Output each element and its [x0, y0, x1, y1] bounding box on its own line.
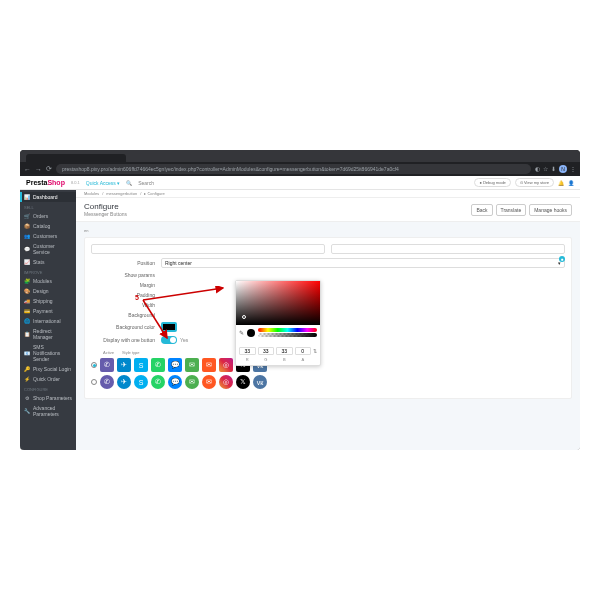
sidebar-item-modules[interactable]: 🧩Modules: [20, 276, 76, 286]
debug-mode-badge[interactable]: ● Debug mode: [474, 178, 510, 187]
manage-hooks-button[interactable]: Manage hooks: [529, 204, 572, 216]
sidebar-item-service[interactable]: 💬Customer Service: [20, 241, 76, 257]
logo: PrestaShop: [26, 179, 65, 186]
sidebar-item-international[interactable]: 🌐International: [20, 316, 76, 326]
icon-style-row: ✆✈S✆💬✉✉◎𝕏vк: [91, 358, 565, 372]
sidebar: 📊 Dashboard Sell 🛒Orders 📦Catalog 👥Custo…: [20, 190, 76, 450]
sidebar-item-design[interactable]: 🎨Design: [20, 286, 76, 296]
display-one-label: Display with one button: [91, 337, 161, 343]
margin-label: Margin: [91, 282, 161, 288]
sidebar-item-customers[interactable]: 👥Customers: [20, 231, 76, 241]
sidebar-item-stats[interactable]: 📈Stats: [20, 257, 76, 267]
quick-access-link[interactable]: Quick Access ▾: [86, 180, 120, 186]
color-swatch[interactable]: [161, 322, 177, 332]
browser-tabs-bar: [20, 150, 580, 162]
style-radio[interactable]: [91, 362, 97, 368]
alpha-slider[interactable]: [258, 333, 317, 337]
profile-badge[interactable]: N: [559, 165, 567, 173]
sidebar-item-sms[interactable]: 📧SMS Notifications Sender: [20, 342, 76, 364]
social-icon[interactable]: vк: [253, 375, 267, 389]
dashboard-icon: 📊: [24, 194, 30, 200]
sidebar-item-payment[interactable]: 💳Payment: [20, 306, 76, 316]
view-store-link[interactable]: ⊙ View my store: [515, 178, 554, 187]
social-icon[interactable]: S: [134, 375, 148, 389]
social-icon[interactable]: ✉: [185, 375, 199, 389]
social-icon[interactable]: ✆: [151, 375, 165, 389]
color-cursor-icon[interactable]: [242, 315, 246, 319]
notifications-icon[interactable]: 🔔: [558, 180, 564, 186]
social-icon[interactable]: ✉: [202, 375, 216, 389]
sidebar-item-catalog[interactable]: 📦Catalog: [20, 221, 76, 231]
sidebar-item-orders[interactable]: 🛒Orders: [20, 211, 76, 221]
sidebar-item-redirect[interactable]: 📋Redirect Manager: [20, 326, 76, 342]
url-input[interactable]: prestashop8.pixy.pro/admin606ffd74664ec5…: [56, 164, 531, 174]
menu-icon[interactable]: ⋮: [570, 165, 576, 173]
format-switch-icon[interactable]: ⇅: [313, 339, 317, 362]
hue-slider[interactable]: [258, 328, 317, 332]
page-title: Configure: [84, 202, 127, 211]
social-icon[interactable]: ◎: [219, 375, 233, 389]
download-icon[interactable]: ⬇: [551, 165, 556, 173]
g-input[interactable]: [258, 347, 275, 355]
social-icon[interactable]: ✉: [202, 358, 216, 372]
search-input[interactable]: Search: [138, 180, 154, 186]
eyedropper-icon[interactable]: ✎: [239, 329, 244, 336]
style-radio[interactable]: [91, 379, 97, 385]
tabs-strip[interactable]: en: [84, 228, 572, 233]
extension-icon[interactable]: ◐: [535, 165, 540, 173]
padding-label: Padding: [91, 292, 161, 298]
background-label: Background: [91, 312, 161, 318]
social-icon[interactable]: 𝕏: [236, 375, 250, 389]
sidebar-item-social-login[interactable]: 🔑Pixy Social Login: [20, 364, 76, 374]
text-input-1[interactable]: [91, 244, 325, 254]
app-header: PrestaShop 8.0.1 Quick Access ▾ 🔍 Search…: [20, 176, 580, 190]
a-input[interactable]: [295, 347, 312, 355]
sidebar-item-dashboard[interactable]: 📊 Dashboard: [20, 192, 76, 202]
translate-button[interactable]: Translate: [496, 204, 527, 216]
sidebar-item-shipping[interactable]: 🚚Shipping: [20, 296, 76, 306]
sidebar-item-label: Dashboard: [33, 194, 57, 200]
nav-forward-icon[interactable]: →: [35, 166, 42, 173]
app-frame: PrestaShop 8.0.1 Quick Access ▾ 🔍 Search…: [20, 176, 580, 450]
social-icon[interactable]: ◎: [219, 358, 233, 372]
color-picker-popup: ✎ R G B: [235, 280, 321, 366]
position-label: Position: [91, 260, 161, 266]
social-icon[interactable]: ✆: [100, 358, 114, 372]
lang-badge-icon[interactable]: ●: [559, 256, 565, 262]
text-input-2[interactable]: [331, 244, 565, 254]
page-header: Configure Messenger Buttons Back Transla…: [76, 198, 580, 222]
social-icon[interactable]: ✈: [117, 375, 131, 389]
sidebar-section: Improve: [20, 267, 76, 276]
icons-section: Active Style type ✆✈S✆💬✉✉◎𝕏vк ✆✈S✆💬✉✉◎𝕏v…: [91, 350, 565, 389]
sidebar-item-quick-order[interactable]: ⚡Quick Order: [20, 374, 76, 384]
page-subtitle: Messenger Buttons: [84, 211, 127, 217]
back-button[interactable]: Back: [471, 204, 492, 216]
social-icon[interactable]: ✉: [185, 358, 199, 372]
extension-icon[interactable]: ☆: [543, 165, 548, 173]
social-icon[interactable]: 💬: [168, 375, 182, 389]
toolbar-icons: ◐ ☆ ⬇ N ⋮: [535, 165, 576, 173]
social-icon[interactable]: S: [134, 358, 148, 372]
b-input[interactable]: [276, 347, 293, 355]
sidebar-item-advanced[interactable]: 🔧Advanced Parameters: [20, 403, 76, 419]
r-input[interactable]: [239, 347, 256, 355]
display-one-toggle[interactable]: [161, 336, 177, 344]
sidebar-section: Sell: [20, 202, 76, 211]
g-label: G: [258, 357, 275, 362]
breadcrumb-item[interactable]: messengerbutton: [106, 191, 137, 196]
nav-reload-icon[interactable]: ⟳: [46, 165, 52, 173]
social-icon[interactable]: ✆: [151, 358, 165, 372]
nav-back-icon[interactable]: ←: [24, 166, 31, 173]
social-icon[interactable]: 💬: [168, 358, 182, 372]
sidebar-item-shop-params[interactable]: ⚙Shop Parameters: [20, 393, 76, 403]
social-icon[interactable]: ✈: [117, 358, 131, 372]
browser-window: ← → ⟳ prestashop8.pixy.pro/admin606ffd74…: [20, 150, 580, 450]
browser-tab[interactable]: [26, 154, 126, 162]
social-icon[interactable]: ✆: [100, 375, 114, 389]
bgcolor-label: Background color: [91, 324, 161, 330]
profile-icon[interactable]: 👤: [568, 180, 574, 186]
saturation-area[interactable]: [236, 281, 320, 325]
position-select[interactable]: Right center ▾: [161, 258, 565, 268]
breadcrumb-item[interactable]: Modules: [84, 191, 99, 196]
address-bar-row: ← → ⟳ prestashop8.pixy.pro/admin606ffd74…: [20, 162, 580, 176]
